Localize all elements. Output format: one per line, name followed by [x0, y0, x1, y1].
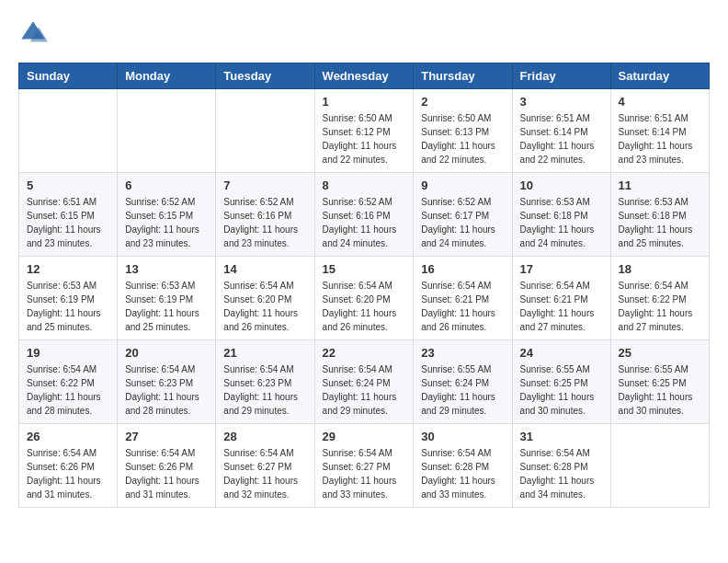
day-number: 16 — [421, 262, 504, 276]
day-info: Sunrise: 6:53 AM Sunset: 6:18 PM Dayligh… — [520, 195, 603, 250]
calendar-cell — [118, 89, 216, 173]
day-number: 8 — [323, 178, 406, 192]
calendar-cell: 19Sunrise: 6:54 AM Sunset: 6:22 PM Dayli… — [19, 340, 118, 424]
day-header-tuesday: Tuesday — [216, 63, 314, 89]
day-number: 20 — [125, 346, 208, 360]
calendar-cell: 30Sunrise: 6:54 AM Sunset: 6:28 PM Dayli… — [414, 424, 512, 508]
day-info: Sunrise: 6:52 AM Sunset: 6:17 PM Dayligh… — [421, 195, 504, 250]
day-number: 23 — [421, 346, 504, 360]
calendar-cell: 23Sunrise: 6:55 AM Sunset: 6:24 PM Dayli… — [414, 340, 512, 424]
day-info: Sunrise: 6:54 AM Sunset: 6:27 PM Dayligh… — [223, 446, 306, 501]
day-info: Sunrise: 6:52 AM Sunset: 6:16 PM Dayligh… — [323, 195, 406, 250]
day-number: 21 — [223, 346, 306, 360]
day-number: 1 — [323, 95, 406, 109]
day-info: Sunrise: 6:54 AM Sunset: 6:23 PM Dayligh… — [125, 362, 208, 418]
day-number: 25 — [619, 346, 701, 360]
calendar-cell: 16Sunrise: 6:54 AM Sunset: 6:21 PM Dayli… — [414, 257, 512, 340]
day-info: Sunrise: 6:54 AM Sunset: 6:27 PM Dayligh… — [323, 446, 406, 501]
day-header-thursday: Thursday — [414, 63, 512, 89]
calendar-cell: 26Sunrise: 6:54 AM Sunset: 6:26 PM Dayli… — [19, 424, 118, 508]
day-number: 29 — [323, 430, 406, 443]
day-number: 27 — [125, 430, 208, 443]
day-number: 17 — [520, 262, 603, 276]
day-number: 5 — [27, 178, 109, 192]
day-number: 10 — [520, 178, 603, 192]
day-number: 30 — [421, 430, 504, 443]
day-number: 22 — [323, 346, 406, 360]
calendar-cell: 4Sunrise: 6:51 AM Sunset: 6:14 PM Daylig… — [610, 89, 709, 173]
logo-icon — [18, 18, 48, 48]
day-info: Sunrise: 6:50 AM Sunset: 6:13 PM Dayligh… — [421, 111, 504, 167]
day-header-sunday: Sunday — [19, 63, 118, 89]
day-info: Sunrise: 6:54 AM Sunset: 6:24 PM Dayligh… — [323, 362, 406, 418]
day-info: Sunrise: 6:53 AM Sunset: 6:19 PM Dayligh… — [27, 279, 109, 334]
calendar-cell: 8Sunrise: 6:52 AM Sunset: 6:16 PM Daylig… — [314, 173, 414, 257]
day-info: Sunrise: 6:54 AM Sunset: 6:21 PM Dayligh… — [520, 279, 603, 334]
day-header-friday: Friday — [512, 63, 610, 89]
day-number: 19 — [27, 346, 109, 360]
day-info: Sunrise: 6:51 AM Sunset: 6:14 PM Dayligh… — [520, 111, 603, 167]
day-number: 7 — [223, 178, 306, 192]
calendar-cell: 22Sunrise: 6:54 AM Sunset: 6:24 PM Dayli… — [314, 340, 414, 424]
calendar-week-row: 1Sunrise: 6:50 AM Sunset: 6:12 PM Daylig… — [19, 89, 710, 173]
day-number: 4 — [619, 95, 701, 109]
day-number: 18 — [619, 262, 701, 276]
calendar-cell — [19, 89, 118, 173]
calendar-cell: 15Sunrise: 6:54 AM Sunset: 6:20 PM Dayli… — [314, 257, 414, 340]
day-info: Sunrise: 6:54 AM Sunset: 6:22 PM Dayligh… — [619, 279, 701, 334]
calendar-cell: 3Sunrise: 6:51 AM Sunset: 6:14 PM Daylig… — [512, 89, 610, 173]
calendar-header-row: SundayMondayTuesdayWednesdayThursdayFrid… — [19, 63, 710, 89]
day-number: 6 — [125, 178, 208, 192]
calendar-cell: 1Sunrise: 6:50 AM Sunset: 6:12 PM Daylig… — [314, 89, 414, 173]
day-number: 15 — [323, 262, 406, 276]
day-info: Sunrise: 6:54 AM Sunset: 6:26 PM Dayligh… — [125, 446, 208, 501]
day-header-saturday: Saturday — [610, 63, 709, 89]
calendar-cell: 9Sunrise: 6:52 AM Sunset: 6:17 PM Daylig… — [414, 173, 512, 257]
day-info: Sunrise: 6:53 AM Sunset: 6:19 PM Dayligh… — [125, 279, 208, 334]
day-number: 12 — [27, 262, 109, 276]
day-number: 3 — [520, 95, 603, 109]
day-number: 24 — [520, 346, 603, 360]
day-info: Sunrise: 6:54 AM Sunset: 6:21 PM Dayligh… — [421, 279, 504, 334]
day-info: Sunrise: 6:54 AM Sunset: 6:20 PM Dayligh… — [223, 279, 306, 334]
day-number: 9 — [421, 178, 504, 192]
day-info: Sunrise: 6:51 AM Sunset: 6:14 PM Dayligh… — [619, 111, 701, 167]
day-info: Sunrise: 6:54 AM Sunset: 6:26 PM Dayligh… — [27, 446, 109, 501]
day-info: Sunrise: 6:54 AM Sunset: 6:22 PM Dayligh… — [27, 362, 109, 418]
calendar-cell: 21Sunrise: 6:54 AM Sunset: 6:23 PM Dayli… — [216, 340, 314, 424]
day-number: 2 — [421, 95, 504, 109]
day-info: Sunrise: 6:53 AM Sunset: 6:18 PM Dayligh… — [619, 195, 701, 250]
calendar-cell: 14Sunrise: 6:54 AM Sunset: 6:20 PM Dayli… — [216, 257, 314, 340]
calendar-cell: 10Sunrise: 6:53 AM Sunset: 6:18 PM Dayli… — [512, 173, 610, 257]
day-number: 11 — [619, 178, 701, 192]
calendar-cell: 31Sunrise: 6:54 AM Sunset: 6:28 PM Dayli… — [512, 424, 610, 508]
calendar-cell: 28Sunrise: 6:54 AM Sunset: 6:27 PM Dayli… — [216, 424, 314, 508]
day-header-monday: Monday — [118, 63, 216, 89]
day-info: Sunrise: 6:54 AM Sunset: 6:23 PM Dayligh… — [223, 362, 306, 418]
calendar-cell: 24Sunrise: 6:55 AM Sunset: 6:25 PM Dayli… — [512, 340, 610, 424]
page-header — [18, 18, 710, 48]
day-info: Sunrise: 6:54 AM Sunset: 6:28 PM Dayligh… — [520, 446, 603, 501]
day-number: 14 — [223, 262, 306, 276]
day-info: Sunrise: 6:50 AM Sunset: 6:12 PM Dayligh… — [323, 111, 406, 167]
calendar-week-row: 19Sunrise: 6:54 AM Sunset: 6:22 PM Dayli… — [19, 340, 710, 424]
calendar-cell: 13Sunrise: 6:53 AM Sunset: 6:19 PM Dayli… — [118, 257, 216, 340]
day-header-wednesday: Wednesday — [314, 63, 414, 89]
calendar-cell: 29Sunrise: 6:54 AM Sunset: 6:27 PM Dayli… — [314, 424, 414, 508]
day-info: Sunrise: 6:54 AM Sunset: 6:28 PM Dayligh… — [421, 446, 504, 501]
calendar-cell: 18Sunrise: 6:54 AM Sunset: 6:22 PM Dayli… — [610, 257, 709, 340]
calendar-week-row: 5Sunrise: 6:51 AM Sunset: 6:15 PM Daylig… — [19, 173, 710, 257]
calendar-cell — [216, 89, 314, 173]
calendar-cell: 2Sunrise: 6:50 AM Sunset: 6:13 PM Daylig… — [414, 89, 512, 173]
calendar-cell: 11Sunrise: 6:53 AM Sunset: 6:18 PM Dayli… — [610, 173, 709, 257]
day-info: Sunrise: 6:51 AM Sunset: 6:15 PM Dayligh… — [27, 195, 109, 250]
calendar-cell — [610, 424, 709, 508]
logo — [18, 18, 51, 48]
day-info: Sunrise: 6:55 AM Sunset: 6:24 PM Dayligh… — [421, 362, 504, 418]
day-info: Sunrise: 6:55 AM Sunset: 6:25 PM Dayligh… — [520, 362, 603, 418]
calendar-cell: 27Sunrise: 6:54 AM Sunset: 6:26 PM Dayli… — [118, 424, 216, 508]
calendar-week-row: 26Sunrise: 6:54 AM Sunset: 6:26 PM Dayli… — [19, 424, 710, 508]
day-info: Sunrise: 6:52 AM Sunset: 6:15 PM Dayligh… — [125, 195, 208, 250]
day-info: Sunrise: 6:55 AM Sunset: 6:25 PM Dayligh… — [619, 362, 701, 418]
day-number: 28 — [223, 430, 306, 443]
